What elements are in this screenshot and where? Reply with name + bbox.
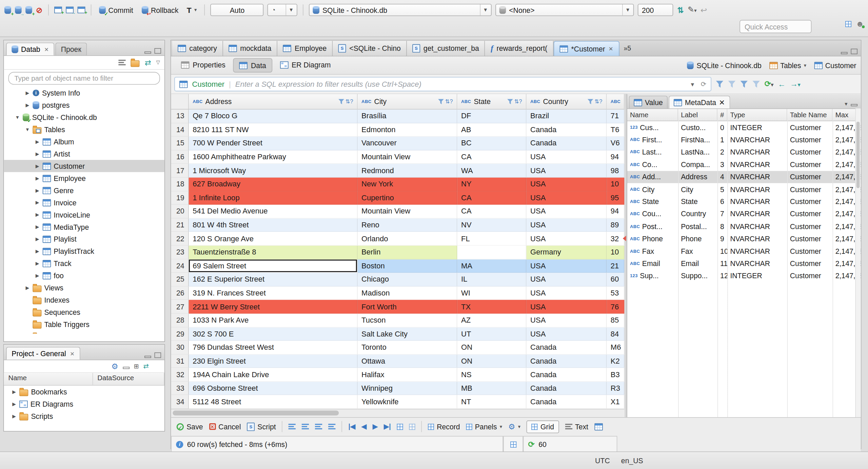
collapse-all-icon[interactable] — [119, 60, 126, 65]
tab-value[interactable]: Value — [629, 96, 668, 108]
auto-commit-combo[interactable]: Auto — [211, 4, 264, 16]
grid-cell[interactable]: Cupertino — [358, 191, 457, 205]
meta-cell[interactable]: NVARCHAR — [727, 183, 787, 196]
row-number[interactable]: 27 — [171, 300, 189, 313]
meta-column-type[interactable]: Type — [727, 109, 787, 121]
meta-name-cell[interactable]: ABCPost... — [627, 220, 678, 233]
meta-cell[interactable]: Customer — [787, 245, 833, 258]
tab-project-general[interactable]: Project - General ✕ — [6, 347, 80, 360]
row-number[interactable]: 23 — [171, 246, 189, 259]
context-connection[interactable]: SQLite - Chinook.db — [687, 61, 762, 69]
next-row-button[interactable]: ▶ — [373, 423, 378, 430]
grid-cell[interactable]: MA — [457, 259, 527, 273]
disconnect-icon[interactable]: ⊘ — [36, 6, 42, 14]
transaction-mode-button[interactable]: T▾ — [184, 4, 199, 16]
horizontal-scrollbar[interactable] — [171, 409, 624, 417]
grid-cell[interactable]: Fort Worth — [358, 300, 457, 313]
meta-cell[interactable]: 1 — [717, 134, 727, 146]
metadata-row[interactable]: 123Sup...Suppo...12INTEGERCustomer2,147,… — [627, 270, 861, 282]
grid-cell[interactable]: TX — [457, 300, 527, 313]
grid-cell[interactable]: 700 W Pender Street — [189, 137, 358, 150]
grid-cell[interactable] — [457, 246, 527, 259]
grid-cell[interactable]: 95 — [607, 191, 624, 205]
tree-item-genre[interactable]: ▶Genre — [4, 184, 164, 197]
scrollbar-thumb[interactable] — [173, 410, 339, 415]
grid-cell[interactable]: Mountain View — [358, 150, 457, 164]
tree-arrow-icon[interactable]: ▶ — [35, 151, 40, 157]
project-item-bookmarks[interactable]: ▶Bookmarks — [4, 386, 164, 398]
grid-cell[interactable]: DF — [457, 109, 527, 123]
grid-cell[interactable]: USA — [527, 178, 607, 191]
metadata-row[interactable]: ABCCou...Country7NVARCHARCustomer2,147,4… — [627, 208, 861, 220]
tree-arrow-icon[interactable]: ▶ — [12, 413, 17, 419]
row-number[interactable]: 13 — [171, 109, 189, 123]
grid-cell[interactable]: MB — [457, 382, 527, 395]
editor-tab-customer[interactable]: *Customer✕ — [553, 41, 619, 56]
meta-cell[interactable]: Customer — [787, 196, 833, 208]
editor-tab-employee[interactable]: Employee — [277, 41, 333, 56]
meta-cell[interactable]: NVARCHAR — [727, 134, 787, 146]
project-item-scripts[interactable]: ▶Scripts — [4, 410, 164, 422]
tree-item-customer[interactable]: ▶Customer — [4, 160, 164, 172]
meta-cell[interactable]: Customer — [787, 270, 833, 282]
refresh-results-icon[interactable]: ⟳▾ — [765, 80, 774, 88]
metadata-row[interactable]: ABCStateState6NVARCHARCustomer2,147,483 — [627, 196, 861, 208]
meta-cell[interactable]: NVARCHAR — [727, 220, 787, 233]
meta-name-cell[interactable]: ABCPhone — [627, 233, 678, 245]
meta-column-label[interactable]: Label — [678, 109, 717, 121]
tree-item-foo[interactable]: ▶foo — [4, 269, 164, 282]
maximize-icon[interactable] — [851, 49, 857, 54]
editor-tab-category[interactable]: category — [172, 41, 223, 56]
grid-cell[interactable]: 69 Salem Street — [189, 259, 358, 273]
chevron-down-icon[interactable]: ▾ — [845, 101, 847, 107]
tree-item-invoice[interactable]: ▶Invoice — [4, 197, 164, 209]
new-connection-icon[interactable] — [4, 6, 11, 14]
row-number[interactable]: 32 — [171, 368, 189, 382]
grid-cell[interactable]: Canada — [527, 368, 607, 382]
row-number[interactable]: 15 — [171, 137, 189, 150]
meta-name-cell[interactable]: ABCCo... — [627, 158, 678, 171]
sort-indicator-icon[interactable]: ⇅? — [595, 99, 603, 105]
new-script-icon[interactable] — [77, 7, 85, 14]
grid-cell[interactable]: NT — [457, 395, 527, 409]
grid-cell[interactable]: T6 — [607, 123, 624, 137]
previous-row-button[interactable]: ◀ — [361, 423, 367, 430]
tree-arrow-icon[interactable]: ▼ — [25, 127, 30, 132]
meta-name-cell[interactable]: ABCCity — [627, 183, 678, 196]
cancel-button[interactable]: ✕ Cancel — [209, 423, 241, 431]
grid-cell[interactable]: 230 Elgin Street — [189, 354, 358, 368]
tree-arrow-icon[interactable]: ▶ — [25, 102, 30, 108]
tree-arrow-icon[interactable]: ▶ — [25, 285, 30, 290]
minimize-icon[interactable] — [841, 52, 848, 54]
meta-cell[interactable]: Suppo... — [678, 270, 717, 282]
link-editor-icon[interactable]: ⇄ — [145, 59, 151, 66]
meta-cell[interactable]: Postal... — [678, 220, 717, 233]
grid-cell[interactable]: USA — [527, 218, 607, 232]
close-icon[interactable]: ✕ — [719, 98, 725, 106]
grid-cell[interactable]: USA — [527, 314, 607, 327]
grid-cell[interactable]: V6 — [607, 137, 624, 150]
minimize-icon[interactable] — [123, 367, 130, 369]
meta-cell[interactable]: 7 — [717, 208, 727, 220]
grid-cell[interactable]: CA — [457, 150, 527, 164]
navigator-filter-input[interactable]: Type part of object name to filter — [8, 72, 160, 85]
tree-item-invoiceline[interactable]: ▶InvoiceLine — [4, 209, 164, 221]
row-number[interactable]: 29 — [171, 327, 189, 341]
tree-item-postgres[interactable]: ▶postgres — [4, 99, 164, 111]
grid-cell[interactable]: WI — [457, 286, 527, 300]
grid-corner[interactable] — [171, 94, 189, 110]
minimize-icon[interactable] — [851, 104, 857, 106]
meta-cell[interactable]: NVARCHAR — [727, 258, 787, 270]
tree-item-album[interactable]: ▶Album — [4, 136, 164, 148]
grid-cell[interactable]: IL — [457, 273, 527, 286]
grid-cell[interactable]: 627 Broadway — [189, 178, 358, 191]
save-filter-icon[interactable] — [740, 81, 748, 88]
column-header-country[interactable]: ABCCountry⇅? — [527, 94, 607, 110]
grid-cell[interactable]: NS — [457, 368, 527, 382]
tab-overflow-indicator[interactable]: »5 — [619, 44, 635, 52]
row-number[interactable]: 14 — [171, 123, 189, 137]
filter-funnel-icon[interactable] — [438, 99, 444, 104]
subtab-er-diagram[interactable]: ER Diagram — [274, 58, 336, 71]
meta-cell[interactable]: NVARCHAR — [727, 233, 787, 245]
column-filter-sort-icons[interactable]: ⇅? — [507, 99, 522, 105]
